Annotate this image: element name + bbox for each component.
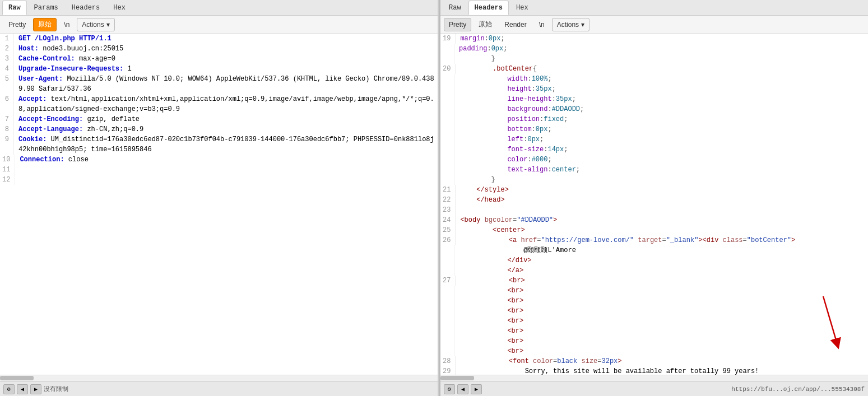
n-btn-left[interactable]: \n — [59, 18, 75, 31]
right-status: https://bfu...oj.cn/app/...55534308f — [731, 386, 865, 393]
left-toolbar: Pretty 原始 \n Actions ▾ — [0, 16, 438, 34]
pretty-btn-right[interactable]: Pretty — [444, 18, 471, 31]
table-row: 2 Host: node3.buuoj.cn:25015 — [0, 44, 438, 54]
table-row: </div> — [440, 255, 868, 265]
table-row: 10 Connection: close — [0, 155, 438, 165]
table-row: <br> — [440, 296, 868, 306]
table-row: 12 — [0, 175, 438, 185]
table-row: 21 </style> — [440, 185, 868, 195]
left-hscroll[interactable] — [0, 375, 438, 381]
table-row: text-align:center; — [440, 165, 868, 175]
tab-params[interactable]: Params — [28, 1, 64, 15]
table-row: 25 <center> — [440, 225, 868, 235]
prev-btn-left[interactable]: ◀ — [17, 384, 28, 394]
n-btn-right[interactable]: \n — [534, 18, 550, 31]
table-row: 1 GET /LOgln.php HTTP/1.1 — [0, 34, 438, 44]
table-row: left:0px; — [440, 134, 868, 145]
table-row: } — [440, 175, 868, 185]
tab-raw-left[interactable]: Raw — [2, 1, 27, 15]
table-row: </a> — [440, 265, 868, 276]
table-row: bottom:0px; — [440, 124, 868, 134]
tab-headers-right[interactable]: Headers — [468, 1, 509, 15]
table-row: 11 — [0, 165, 438, 175]
table-row: font-size:14px; — [440, 145, 868, 155]
right-tab-bar: Raw Headers Hex — [440, 0, 868, 16]
right-panel: Raw Headers Hex Pretty 原始 Render \n Acti… — [440, 0, 868, 396]
left-bottom-bar: ⚙ ◀ ▶ 没有限制 — [0, 381, 438, 396]
table-row: height:35px; — [440, 84, 868, 94]
left-code-area[interactable]: 1 GET /LOgln.php HTTP/1.1 2 Host: node3.… — [0, 34, 438, 375]
raw-btn-left[interactable]: 原始 — [33, 18, 57, 31]
table-row: <br> — [440, 326, 868, 336]
table-row: 3 Cache-Control: max-age=0 — [0, 54, 438, 64]
right-toolbar: Pretty 原始 Render \n Actions ▾ — [440, 16, 868, 34]
table-row: 29 Sorry, this site will be available af… — [440, 366, 868, 375]
table-row: <br> — [440, 316, 868, 326]
right-hscroll[interactable] — [440, 375, 868, 381]
pretty-btn-left[interactable]: Pretty — [3, 18, 31, 31]
right-code-area[interactable]: 19 margin:0px; padding:0px; } 20 .botCen… — [440, 34, 868, 375]
table-row: 8 Accept-Language: zh-CN,zh;q=0.9 — [0, 124, 438, 134]
table-row: 19 margin:0px; — [440, 34, 868, 44]
table-row: 28 <font color=black size=32px> — [440, 356, 868, 366]
prev-btn-right[interactable]: ◀ — [457, 384, 468, 394]
gear-btn-right[interactable]: ⚙ — [444, 384, 455, 394]
panels-wrapper: Raw Params Headers Hex Pretty 原始 \n Acti… — [0, 0, 868, 396]
table-row: color:#000; — [440, 155, 868, 165]
table-row: 9 Cookie: UM_distinctid=176a30edc6ed87-0… — [0, 134, 438, 155]
table-row: <br> — [440, 346, 868, 356]
dropdown-icon-left: ▾ — [106, 21, 110, 29]
dropdown-icon-right: ▾ — [581, 21, 584, 29]
table-row: position:fixed; — [440, 114, 868, 124]
table-row: 23 — [440, 205, 868, 215]
tab-headers-left[interactable]: Headers — [66, 1, 106, 15]
table-row: line-height:35px; — [440, 94, 868, 104]
table-row: <br> — [440, 286, 868, 296]
table-row: background:#DDAODD; — [440, 104, 868, 114]
table-row: <br> — [440, 306, 868, 316]
table-row: 26 <a href="https://gem-love.com/" targe… — [440, 235, 868, 245]
table-row: } — [440, 54, 868, 64]
table-row: 7 Accept-Encoding: gzip, deflate — [0, 114, 438, 124]
table-row: 6 Accept: text/html,application/xhtml+xm… — [0, 94, 438, 114]
right-bottom-bar: ⚙ ◀ ▶ https://bfu...oj.cn/app/...5553430… — [440, 381, 868, 396]
table-row: <br> — [440, 336, 868, 346]
next-btn-right[interactable]: ▶ — [471, 384, 482, 394]
tab-hex-right[interactable]: Hex — [510, 1, 535, 15]
table-row: padding:0px; — [440, 44, 868, 54]
left-tab-bar: Raw Params Headers Hex — [0, 0, 438, 16]
actions-btn-right[interactable]: Actions ▾ — [552, 18, 590, 31]
raw-btn-right[interactable]: 原始 — [474, 18, 497, 31]
table-row: 4 Upgrade-Insecure-Requests: 1 — [0, 64, 438, 74]
tab-raw-right[interactable]: Raw — [443, 1, 467, 15]
table-row: 27 <br> — [440, 276, 868, 286]
table-row: 22 </head> — [440, 195, 868, 205]
actions-btn-left[interactable]: Actions ▾ — [77, 18, 114, 31]
gear-btn-left[interactable]: ⚙ — [3, 384, 15, 394]
table-row: width:100%; — [440, 74, 868, 84]
left-panel: Raw Params Headers Hex Pretty 原始 \n Acti… — [0, 0, 439, 396]
table-row: 20 .botCenter{ — [440, 64, 868, 74]
render-btn-right[interactable]: Render — [499, 18, 531, 31]
tab-hex-left[interactable]: Hex — [107, 1, 132, 15]
table-row: @颐颐颐L'Amore — [440, 245, 868, 255]
table-row: 5 User-Agent: Mozilla/5.0 (Windows NT 10… — [0, 74, 438, 94]
next-btn-left[interactable]: ▶ — [30, 384, 41, 394]
left-status: 没有限制 — [44, 385, 68, 393]
table-row: 24 <body bgcolor="#DDAODD"> — [440, 215, 868, 225]
